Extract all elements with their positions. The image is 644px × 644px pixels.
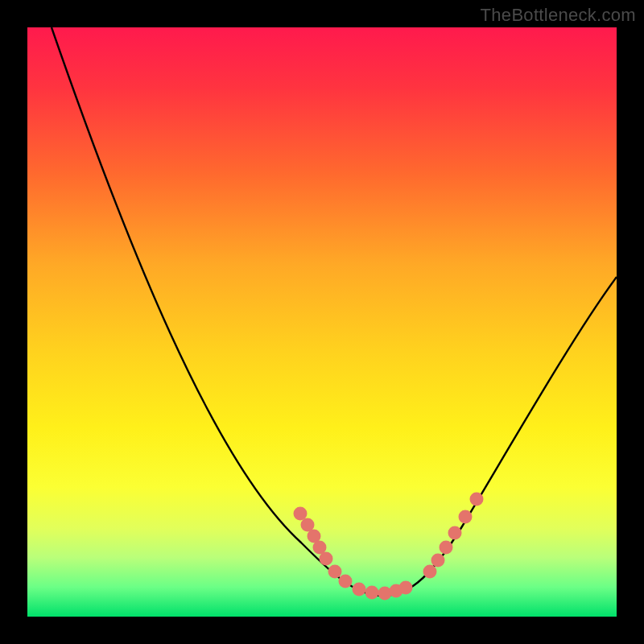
left-cluster-marker <box>339 575 353 588</box>
chart-plot-area <box>27 27 617 617</box>
right-cluster-marker <box>448 526 462 540</box>
left-cluster-marker <box>320 552 333 566</box>
right-cluster-marker <box>440 541 453 555</box>
curve-path <box>52 27 617 596</box>
watermark-text: TheBottleneck.com <box>481 5 636 26</box>
left-cluster-marker <box>365 586 379 600</box>
right-cluster-marker <box>470 493 484 506</box>
right-cluster-marker <box>431 554 445 568</box>
left-cluster-marker <box>353 583 366 597</box>
right-cluster-marker <box>459 510 473 524</box>
right-cluster-marker <box>423 565 437 579</box>
bottleneck-curve <box>27 27 617 617</box>
valley-cluster-marker <box>399 581 413 595</box>
